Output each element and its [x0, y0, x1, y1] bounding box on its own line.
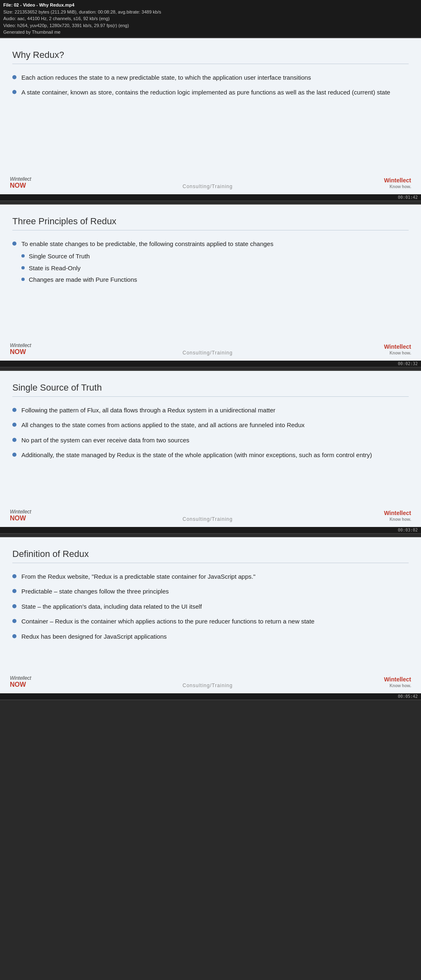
sub-bullet-item-2-1-2: State is Read-Only [21, 264, 409, 273]
sub-bullet-dot-2-1-2 [21, 266, 25, 269]
footer-know-how-1: Know how. [390, 184, 411, 189]
bullet-dot-1-2 [12, 90, 16, 94]
slide-title-2: Three Principles of Redux [12, 216, 409, 230]
footer-wintellect-left-1: WintellectNOW [10, 176, 31, 189]
bullet-item-3-3: No part of the system can ever receive d… [12, 436, 409, 445]
bullet-list-3: Following the pattern of Flux, all data … [12, 406, 409, 460]
file-info-line2: Size: 221353652 bytes (211.29 MiB), dura… [3, 9, 418, 16]
footer-wintellect-left-2: WintellectNOW [10, 343, 31, 356]
bullet-dot-4-1 [12, 574, 16, 578]
footer-know-how-3: Know how. [390, 517, 411, 522]
bullet-text-4-5: Redux has been designed for JavaScript a… [21, 632, 409, 642]
bullet-list-1: Each action reduces the state to a new p… [12, 73, 409, 97]
bullet-item-3-4: Additionally, the state managed by Redux… [12, 451, 409, 460]
footer-know-how-4: Know how. [390, 683, 411, 688]
bullet-dot-1-1 [12, 75, 16, 79]
file-info-line3: Audio: aac, 44100 Hz, 2 channels, s16, 9… [3, 15, 418, 22]
footer-wintellect-left-3: WintellectNOW [10, 509, 31, 522]
slide-footer-1: WintellectNOW Consulting/Training Wintel… [0, 176, 421, 189]
slide-container-1: Why Redux?Each action reduces the state … [0, 37, 421, 201]
footer-logo-left-3: WintellectNOW [10, 509, 31, 522]
bullet-text-2-1: To enable state changes to be predictabl… [21, 239, 409, 287]
bullet-dot-3-1 [12, 408, 16, 412]
bullet-list-2: To enable state changes to be predictabl… [12, 239, 409, 287]
footer-now-2: NOW [10, 348, 26, 355]
bullet-dot-4-2 [12, 589, 16, 593]
footer-logo-left-2: WintellectNOW [10, 343, 31, 356]
footer-logo-left-1: WintellectNOW [10, 176, 31, 189]
file-info-line1: File: 02 - Video - Why Redux.mp4 [3, 2, 418, 9]
bullet-item-3-2: All changes to the state comes from acti… [12, 421, 409, 430]
footer-now-1: NOW [10, 182, 26, 189]
timestamp-bar-4: 00:05:42 [0, 693, 421, 699]
bullet-dot-4-3 [12, 604, 16, 608]
sub-bullet-dot-2-1-3 [21, 278, 25, 281]
file-info-line4: Video: h264, yuv420p, 1280x720, 3391 kb/… [3, 22, 418, 29]
bullet-dot-3-4 [12, 453, 16, 457]
footer-logo-right-1: Wintellect Know how. [384, 177, 411, 189]
bullet-dot-3-2 [12, 423, 16, 427]
bullet-item-3-1: Following the pattern of Flux, all data … [12, 406, 409, 415]
sub-bullet-text-2-1-2: State is Read-Only [29, 264, 81, 273]
sub-bullet-text-2-1-1: Single Source of Truth [29, 252, 90, 261]
timestamp-bar-3: 00:03:02 [0, 527, 421, 533]
bullet-item-4-3: State – the application's data, includin… [12, 602, 409, 612]
footer-logo-left-4: WintellectNOW [10, 675, 31, 688]
footer-center-1: Consulting/Training [183, 184, 233, 189]
slide-footer-4: WintellectNOW Consulting/Training Wintel… [0, 675, 421, 688]
slide-slide3: Single Source of TruthFollowing the patt… [0, 371, 421, 527]
file-info-line5: Generated by Thumbnail me [3, 29, 418, 36]
footer-wintellect-right-4: Wintellect Know how. [384, 676, 411, 688]
bullet-item-4-2: Predictable – state changes follow the t… [12, 587, 409, 596]
sub-bullet-text-2-1-3: Changes are made with Pure Functions [29, 275, 137, 285]
footer-center-3: Consulting/Training [183, 516, 233, 522]
timestamp-bar-1: 00:01:42 [0, 194, 421, 200]
slides-wrapper: Why Redux?Each action reduces the state … [0, 37, 421, 700]
bullet-item-1-1: Each action reduces the state to a new p… [12, 73, 409, 83]
slide-container-3: Single Source of TruthFollowing the patt… [0, 370, 421, 534]
bullet-text-3-2: All changes to the state comes from acti… [21, 421, 409, 430]
footer-wintellect-right-2: Wintellect Know how. [384, 343, 411, 356]
slide-container-4: Definition of ReduxFrom the Redux websit… [0, 536, 421, 700]
footer-center-2: Consulting/Training [183, 350, 233, 356]
sub-bullet-list-2-1: Single Source of TruthState is Read-Only… [21, 252, 409, 285]
bullet-text-3-3: No part of the system can ever receive d… [21, 436, 409, 445]
footer-wintellect-left-4: WintellectNOW [10, 675, 31, 688]
footer-wintellect-right-1: Wintellect Know how. [384, 177, 411, 189]
footer-know-how-2: Know how. [390, 351, 411, 355]
bullet-text-4-4: Container – Redux is the container which… [21, 617, 409, 626]
bullet-text-1-2: A state container, known as store, conta… [21, 88, 409, 97]
bullet-dot-4-4 [12, 619, 16, 623]
bullet-dot-3-3 [12, 438, 16, 442]
footer-logo-right-2: Wintellect Know how. [384, 343, 411, 356]
sub-bullet-item-2-1-3: Changes are made with Pure Functions [21, 275, 409, 285]
bullet-dot-2-1 [12, 242, 16, 246]
bullet-dot-4-5 [12, 634, 16, 638]
footer-center-4: Consulting/Training [183, 683, 233, 688]
slide-title-1: Why Redux? [12, 50, 409, 64]
footer-now-3: NOW [10, 515, 26, 522]
footer-logo-right-3: Wintellect Know how. [384, 510, 411, 522]
bullet-list-4: From the Redux website, "Redux is a pred… [12, 572, 409, 642]
bullet-item-2-1: To enable state changes to be predictabl… [12, 239, 409, 287]
bullet-item-4-5: Redux has been designed for JavaScript a… [12, 632, 409, 642]
bullet-text-4-2: Predictable – state changes follow the t… [21, 587, 409, 596]
bullet-item-4-4: Container – Redux is the container which… [12, 617, 409, 626]
slide-footer-3: WintellectNOW Consulting/Training Wintel… [0, 509, 421, 522]
sub-bullet-item-2-1-1: Single Source of Truth [21, 252, 409, 261]
slide-title-3: Single Source of Truth [12, 382, 409, 397]
bullet-item-1-2: A state container, known as store, conta… [12, 88, 409, 97]
slide-slide2: Three Principles of ReduxTo enable state… [0, 205, 421, 361]
slide-footer-2: WintellectNOW Consulting/Training Wintel… [0, 343, 421, 356]
slide-container-2: Three Principles of ReduxTo enable state… [0, 204, 421, 368]
timestamp-bar-2: 00:02:32 [0, 361, 421, 367]
bullet-text-1-1: Each action reduces the state to a new p… [21, 73, 409, 83]
footer-wintellect-right-3: Wintellect Know how. [384, 510, 411, 522]
footer-logo-right-4: Wintellect Know how. [384, 676, 411, 688]
bullet-text-4-1: From the Redux website, "Redux is a pred… [21, 572, 409, 582]
slide-slide1: Why Redux?Each action reduces the state … [0, 38, 421, 194]
bullet-item-4-1: From the Redux website, "Redux is a pred… [12, 572, 409, 582]
slide-slide4: Definition of ReduxFrom the Redux websit… [0, 537, 421, 693]
footer-now-4: NOW [10, 681, 26, 688]
slide-title-4: Definition of Redux [12, 549, 409, 563]
